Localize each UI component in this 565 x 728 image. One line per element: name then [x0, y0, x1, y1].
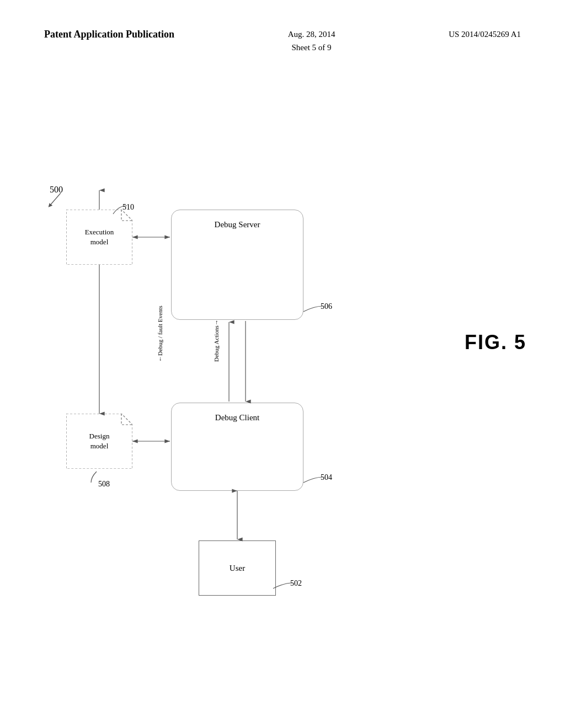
publication-title: Patent Application Publication	[44, 28, 174, 41]
debug-actions-label: Debug Actions→	[213, 319, 220, 362]
debug-client-label: Debug Client	[215, 413, 259, 422]
design-model-label: Designmodel	[89, 431, 110, 451]
debug-client-box: Debug Client	[171, 403, 303, 491]
header-center: Aug. 28, 2014 Sheet 5 of 9	[288, 28, 335, 54]
page-header: Patent Application Publication Aug. 28, …	[0, 28, 565, 54]
callout-502: 502	[270, 580, 298, 596]
date: Aug. 28, 2014	[288, 30, 335, 39]
callout-510: 510	[110, 203, 132, 219]
svg-line-0	[50, 193, 61, 206]
sheet-info: Sheet 5 of 9	[292, 43, 332, 52]
user-label: User	[230, 563, 245, 574]
debug-fault-events-label: ←Debug / fault Events	[157, 306, 163, 362]
arrow-500-svg	[44, 190, 77, 212]
callout-508: 508	[88, 469, 116, 488]
diagram-area: 500 Executionmodel 510 Debug Server 506	[0, 88, 565, 728]
callout-506: 506	[301, 303, 328, 319]
callout-504: 504	[301, 474, 328, 490]
figure-label: FIG. 5	[465, 331, 526, 354]
user-box: User	[199, 540, 276, 596]
debug-server-label: Debug Server	[215, 220, 260, 229]
debug-server-box: Debug Server	[171, 210, 303, 320]
patent-number: US 2014/0245269 A1	[449, 28, 521, 41]
execution-model-label: Executionmodel	[85, 227, 114, 247]
design-model-box: Designmodel	[66, 414, 132, 469]
